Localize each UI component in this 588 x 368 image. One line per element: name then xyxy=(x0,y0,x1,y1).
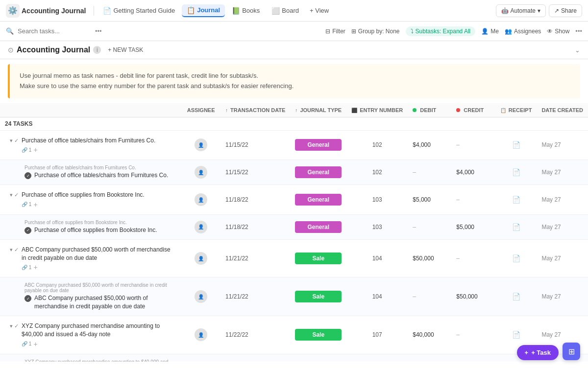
task-expand-toggle[interactable]: ▾ ✓ xyxy=(10,247,19,253)
journal-type-badge[interactable]: Sale xyxy=(295,329,342,341)
assignee-column-header[interactable]: ASSIGNEE xyxy=(181,103,220,117)
task-expand-toggle[interactable]: ▾ ✓ xyxy=(10,192,19,198)
grid-view-fab[interactable]: ⊞ xyxy=(563,343,580,360)
assignees-button[interactable]: 👥 Assignees xyxy=(505,28,541,35)
search-input[interactable] xyxy=(18,27,91,35)
task-check[interactable]: ✓ xyxy=(24,227,31,234)
tasks-table-wrap: ASSIGNEE ↑ TRANSACTION DATE ↑ JOURNAL TY… xyxy=(0,103,588,362)
search-options-button[interactable]: ••• xyxy=(95,27,102,35)
task-expand-toggle[interactable]: ▾ ✓ xyxy=(10,323,19,329)
subtasks-expand-button[interactable]: ⤵ Subtasks: Expand All xyxy=(406,26,476,36)
assignee-cell: 👤 xyxy=(181,214,220,239)
assignee-avatar[interactable]: 👤 xyxy=(195,193,207,206)
subtask-parent-label: ABC Company purchased $50,000 worth of m… xyxy=(24,282,173,293)
task-meta: 🔗 1 + xyxy=(22,201,145,208)
me-button[interactable]: 👤 Me xyxy=(481,28,499,35)
assignee-avatar[interactable]: 👤 xyxy=(195,221,207,233)
credit-dash: – xyxy=(456,331,460,338)
date-cell: 11/18/22 xyxy=(220,185,290,215)
journal-type-badge[interactable]: General xyxy=(295,194,342,206)
app-logo: ⚙️ xyxy=(6,4,20,18)
search-right: ⊟ Filter ⊞ Group by: None ⤵ Subtasks: Ex… xyxy=(325,26,582,36)
journal-type-column-header[interactable]: ↑ JOURNAL TYPE xyxy=(290,103,346,117)
entry-number-column-header[interactable]: ⬛ ENTRY NUMBER xyxy=(346,103,408,117)
nav-divider xyxy=(94,6,94,16)
journal-type-cell[interactable]: General xyxy=(290,160,346,185)
banner-line2: Make sure to use the same entry number f… xyxy=(20,81,570,92)
add-subtask-button[interactable]: + xyxy=(33,146,37,154)
tab-journal[interactable]: 📋 Journal xyxy=(182,4,225,17)
entry-number-cell: 102 xyxy=(346,160,408,185)
receipt-cell[interactable]: 📄 xyxy=(495,130,537,160)
journal-type-cell[interactable]: Sale xyxy=(290,354,346,362)
date-created-column-header[interactable]: DATE CREATED xyxy=(537,103,588,117)
task-meta: 🔗 1 + xyxy=(22,146,155,154)
journal-type-cell[interactable]: General xyxy=(290,130,346,160)
tab-board[interactable]: ⬜ Board xyxy=(267,5,304,17)
journal-type-badge[interactable]: General xyxy=(295,139,342,151)
tab-books[interactable]: 📗 Books xyxy=(227,5,265,17)
date-created-cell: May 27 xyxy=(537,130,588,160)
journal-type-cell[interactable]: General xyxy=(290,185,346,215)
task-name: ABC Company purchased $50,000 worth of m… xyxy=(34,294,173,311)
show-button[interactable]: 👁 Show xyxy=(547,28,569,35)
automate-icon: 🤖 xyxy=(501,7,509,14)
filter-button[interactable]: ⊟ Filter xyxy=(325,28,345,35)
assignee-avatar[interactable]: 👤 xyxy=(195,138,207,151)
journal-type-cell[interactable]: Sale xyxy=(290,277,346,316)
debit-dash: – xyxy=(413,293,416,300)
board-icon: ⬜ xyxy=(271,7,280,15)
receipt-cell[interactable]: 📄 xyxy=(495,277,537,316)
info-icon[interactable]: i xyxy=(93,46,101,54)
assignee-avatar[interactable]: 👤 xyxy=(195,290,207,303)
task-expand-toggle[interactable]: ▾ ✓ xyxy=(10,138,19,144)
tab-getting-started[interactable]: 📄 Getting Started Guide xyxy=(98,5,180,17)
receipt-cell[interactable]: 📄 xyxy=(495,239,537,277)
group-by-button[interactable]: ⊞ Group by: None xyxy=(351,28,400,35)
journal-type-cell[interactable]: Sale xyxy=(290,239,346,277)
assignee-avatar[interactable]: 👤 xyxy=(195,252,207,265)
task-check[interactable]: ✓ xyxy=(24,295,31,302)
receipt-cell[interactable]: 📄 xyxy=(495,160,537,185)
table-row: ABC Company purchased $50,000 worth of m… xyxy=(0,277,588,316)
task-cell: ▾ ✓ XYZ Company purchased merchandise am… xyxy=(0,316,181,354)
date-created-cell: May 27 xyxy=(537,214,588,239)
project-header: ⊙ Accounting Journal i + NEW TASK ⌄ xyxy=(0,41,588,59)
receipt-cell[interactable]: 📄 xyxy=(495,185,537,215)
date-created-cell: May 27 xyxy=(537,160,588,185)
journal-type-cell[interactable]: Sale xyxy=(290,316,346,354)
task-column-header xyxy=(0,103,181,117)
automate-button[interactable]: 🤖 Automate ▾ xyxy=(496,4,546,17)
receipt-cell[interactable]: 📄 xyxy=(495,214,537,239)
share-button[interactable]: ↗ Share xyxy=(549,4,582,17)
add-subtask-button[interactable]: + xyxy=(33,340,37,348)
add-task-fab[interactable]: + + Task xyxy=(517,345,559,360)
credit-column-header[interactable]: CREDIT xyxy=(451,103,495,117)
subtask-parent-label: XYZ Company purchased merchandise amount… xyxy=(24,359,173,362)
date-cell: 11/22/22 xyxy=(220,316,290,354)
journal-type-cell[interactable]: General xyxy=(290,214,346,239)
transaction-date-column-header[interactable]: ↑ TRANSACTION DATE xyxy=(220,103,290,117)
journal-type-badge[interactable]: General xyxy=(295,221,342,233)
journal-type-badge[interactable]: General xyxy=(295,166,342,178)
assignee-avatar[interactable]: 👤 xyxy=(195,328,207,341)
tab-journal-label: Journal xyxy=(197,6,220,14)
collapse-project-button[interactable]: ⊙ xyxy=(8,46,14,54)
debit-column-header[interactable]: DEBIT xyxy=(408,103,451,117)
more-options-button[interactable]: ••• xyxy=(575,27,582,35)
tasks-table: ASSIGNEE ↑ TRANSACTION DATE ↑ JOURNAL TY… xyxy=(0,103,588,362)
add-view-button[interactable]: + View xyxy=(306,5,333,16)
add-subtask-button[interactable]: + xyxy=(33,201,37,208)
journal-type-badge[interactable]: Sale xyxy=(295,253,342,264)
add-subtask-button[interactable]: + xyxy=(33,263,37,271)
new-task-button[interactable]: + NEW TASK xyxy=(104,45,147,55)
task-check[interactable]: ✓ xyxy=(24,172,31,179)
receipt-column-header[interactable]: 📋 RECEIPT xyxy=(495,103,537,117)
date-created-cell: May 27 xyxy=(537,185,588,215)
table-row: XYZ Company purchased merchandise amount… xyxy=(0,354,588,362)
assignee-avatar[interactable]: 👤 xyxy=(195,166,207,179)
subtask-parent-label: Purchase of office supplies from Booksto… xyxy=(24,220,157,225)
assignee-cell: 👤 xyxy=(181,316,220,354)
journal-type-badge[interactable]: Sale xyxy=(295,291,342,302)
collapse-right-icon[interactable]: ⌄ xyxy=(575,46,580,54)
